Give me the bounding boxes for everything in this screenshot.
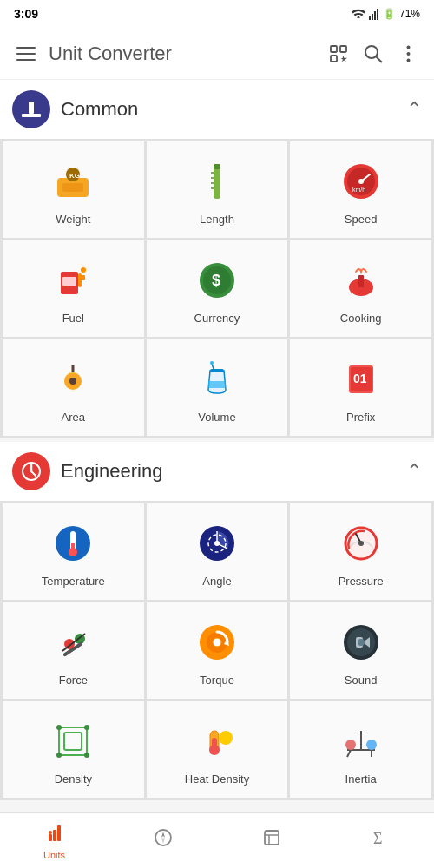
section-engineering-header[interactable]: Engineering ⌃	[0, 442, 434, 501]
cooking-item[interactable]: Cooking	[290, 240, 431, 337]
force-label: Force	[59, 674, 88, 687]
svg-point-85	[84, 753, 89, 758]
svg-marker-102	[161, 838, 165, 844]
svg-rect-5	[16, 53, 36, 55]
library-nav-icon	[261, 827, 282, 853]
app-title: Unit Converter	[49, 43, 323, 65]
pressure-label: Pressure	[339, 575, 384, 588]
nav-units[interactable]: Units	[0, 813, 108, 868]
svg-point-82	[56, 725, 62, 730]
svg-point-12	[406, 45, 410, 49]
temperature-item[interactable]: Temperature	[3, 503, 144, 600]
svg-rect-35	[82, 275, 85, 280]
speed-item[interactable]: km/h Speed	[290, 141, 431, 238]
svg-point-10	[365, 46, 378, 58]
svg-rect-4	[16, 47, 36, 49]
force-item[interactable]: Force	[3, 602, 144, 699]
nav-sigma[interactable]: Σ	[326, 813, 434, 868]
currency-item[interactable]: $ Currency	[147, 240, 288, 337]
svg-rect-0	[369, 16, 371, 20]
app-bar: Unit Converter	[0, 28, 434, 80]
sound-item[interactable]: Sound	[290, 602, 431, 699]
nav-library[interactable]	[217, 813, 326, 868]
signal-icon	[369, 8, 379, 20]
volume-icon	[193, 355, 241, 404]
menu-button[interactable]	[10, 38, 42, 69]
svg-rect-97	[53, 830, 56, 841]
svg-rect-80	[59, 727, 87, 755]
svg-point-92	[345, 740, 356, 750]
svg-rect-18	[62, 183, 83, 192]
more-options-button[interactable]	[392, 38, 424, 69]
svg-point-93	[366, 740, 377, 750]
svg-point-84	[56, 753, 62, 758]
svg-point-30	[358, 179, 364, 184]
sigma-nav-icon: Σ	[370, 827, 391, 853]
density-label: Density	[55, 773, 92, 786]
svg-point-88	[209, 745, 220, 755]
angle-icon	[193, 519, 241, 568]
svg-rect-22	[214, 164, 220, 169]
svg-rect-6	[16, 59, 36, 61]
svg-point-89	[219, 731, 233, 745]
svg-rect-103	[265, 831, 279, 845]
weight-item[interactable]: KG Weight	[3, 141, 144, 238]
prefix-label: Prefix	[346, 411, 375, 424]
angle-item[interactable]: Angle	[147, 503, 288, 600]
svg-rect-15	[22, 114, 41, 117]
wifi-icon	[352, 9, 365, 19]
svg-line-94	[347, 750, 351, 757]
svg-text:$: $	[212, 272, 220, 289]
temperature-label: Temperature	[42, 575, 105, 588]
svg-text:KG: KG	[69, 172, 80, 180]
speed-label: Speed	[345, 213, 378, 226]
status-icons: 🔋 71%	[352, 8, 420, 20]
section-common: Common ⌃ KG Weight	[0, 80, 434, 438]
sound-icon	[337, 618, 385, 667]
svg-rect-16	[29, 102, 34, 114]
svg-rect-57	[71, 543, 75, 554]
svg-rect-3	[377, 9, 378, 20]
pressure-item[interactable]: Pressure	[290, 503, 431, 600]
svg-rect-9	[331, 56, 337, 62]
common-chevron: ⌃	[406, 98, 422, 121]
volume-label: Volume	[198, 411, 235, 424]
svg-line-11	[376, 56, 382, 62]
fuel-icon	[49, 256, 97, 305]
cooking-label: Cooking	[340, 312, 382, 325]
nav-compass[interactable]	[108, 813, 217, 868]
svg-text:Σ: Σ	[373, 830, 382, 847]
svg-text:km/h: km/h	[352, 187, 365, 193]
svg-point-66	[358, 541, 364, 546]
svg-rect-45	[208, 381, 226, 388]
area-item[interactable]: Area	[3, 339, 144, 436]
inertia-item[interactable]: Inertia	[290, 701, 431, 798]
inertia-icon	[337, 717, 385, 766]
svg-rect-98	[57, 825, 61, 841]
heat-density-item[interactable]: Heat Density	[147, 701, 288, 798]
svg-point-73	[213, 638, 221, 647]
svg-point-13	[406, 52, 410, 56]
svg-rect-8	[340, 46, 346, 52]
search-button[interactable]	[358, 38, 389, 69]
section-common-header[interactable]: Common ⌃	[0, 80, 434, 139]
weight-label: Weight	[56, 213, 90, 226]
engineering-section-title: Engineering	[61, 460, 406, 483]
grid-favorite-button[interactable]	[323, 38, 354, 69]
common-section-title: Common	[61, 98, 406, 121]
volume-item[interactable]: Volume	[147, 339, 288, 436]
fuel-item[interactable]: Fuel	[3, 240, 144, 337]
svg-point-79	[358, 639, 365, 646]
prefix-item[interactable]: 01 Prefix	[290, 339, 431, 436]
heat-density-icon	[193, 717, 241, 766]
density-item[interactable]: Density	[3, 701, 144, 798]
currency-label: Currency	[194, 312, 240, 325]
torque-item[interactable]: Torque	[147, 602, 288, 699]
length-item[interactable]: Length	[147, 141, 288, 238]
svg-rect-44	[210, 369, 224, 372]
svg-text:01: 01	[353, 372, 367, 385]
svg-point-43	[69, 378, 76, 385]
svg-rect-34	[78, 273, 82, 287]
svg-rect-33	[62, 277, 76, 286]
common-grid: KG Weight Length	[0, 139, 434, 438]
